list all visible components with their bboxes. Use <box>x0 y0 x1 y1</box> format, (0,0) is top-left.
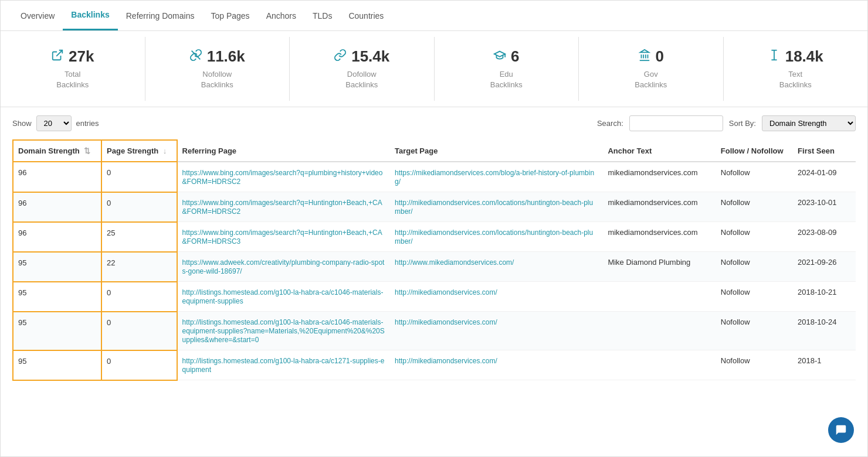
cell-anchor-text <box>603 312 716 350</box>
cell-referring-page: https://www.bing.com/images/search?q=Hun… <box>177 192 390 222</box>
stat-nofollow-backlinks: 11.6k NofollowBacklinks <box>145 37 290 101</box>
cell-first-seen: 2023-10-01 <box>793 192 856 222</box>
dofollow-backlinks-label: DofollowBacklinks <box>345 69 378 90</box>
tab-anchors[interactable]: Anchors <box>258 2 304 30</box>
cell-follow: Nofollow <box>716 282 793 312</box>
cell-first-seen: 2018-10-21 <box>793 282 856 312</box>
cell-target-page: https://mikediamondservices.com/blog/a-b… <box>390 162 603 192</box>
cell-anchor-text: Mike Diamond Plumbing <box>603 252 716 282</box>
svg-line-0 <box>56 50 62 56</box>
col-header-page-strength[interactable]: Page Strength ↓ <box>101 140 177 162</box>
chat-button[interactable] <box>828 417 854 443</box>
referring-page-link[interactable]: https://www.adweek.com/creativity/plumbi… <box>182 258 385 275</box>
col-header-anchor-text[interactable]: Anchor Text <box>603 140 716 162</box>
tab-referring-domains[interactable]: Referring Domains <box>118 2 203 30</box>
cell-target-page: http://mikediamondservices.com/ <box>390 282 603 312</box>
cell-target-page: http://www.mikediamondservices.com/ <box>390 252 603 282</box>
dofollow-icon <box>334 49 347 65</box>
target-page-link[interactable]: http://mikediamondservices.com/ <box>395 357 497 365</box>
cell-referring-page: http://listings.homestead.com/g100-la-ha… <box>177 282 390 312</box>
target-page-link[interactable]: http://mikediamondservices.com/locations… <box>395 199 593 216</box>
cell-page-strength: 0 <box>101 350 177 380</box>
cell-referring-page: https://www.bing.com/images/search?q=Hun… <box>177 222 390 252</box>
cell-follow: Nofollow <box>716 312 793 350</box>
show-label: Show <box>12 119 32 128</box>
table-row: 950http://listings.homestead.com/g100-la… <box>13 312 856 350</box>
tab-tlds[interactable]: TLDs <box>304 2 340 30</box>
chat-icon <box>835 424 847 436</box>
tab-backlinks[interactable]: Backlinks <box>63 1 117 30</box>
cell-referring-page: https://www.bing.com/images/search?q=plu… <box>177 162 390 192</box>
cell-first-seen: 2024-01-09 <box>793 162 856 192</box>
stat-gov-backlinks: 0 GovBacklinks <box>579 37 724 101</box>
table-row: 9522https://www.adweek.com/creativity/pl… <box>13 252 856 282</box>
referring-page-link[interactable]: http://listings.homestead.com/g100-la-ha… <box>182 357 385 374</box>
cell-domain-strength: 96 <box>13 222 101 252</box>
col-header-follow[interactable]: Follow / Nofollow <box>716 140 793 162</box>
svg-marker-7 <box>640 49 649 52</box>
data-table-wrapper: Domain Strength ⇅ Page Strength ↓ Referr… <box>1 139 867 381</box>
target-page-link[interactable]: http://www.mikediamondservices.com/ <box>395 258 514 267</box>
target-page-link[interactable]: http://mikediamondservices.com/ <box>395 288 497 296</box>
table-controls: Show 20 10 50 100 entries Search: Sort B… <box>1 107 867 139</box>
cell-follow: Nofollow <box>716 350 793 380</box>
target-page-link[interactable]: http://mikediamondservices.com/ <box>395 318 497 326</box>
svg-line-1 <box>191 50 200 59</box>
cell-first-seen: 2021-09-26 <box>793 252 856 282</box>
backlinks-table: Domain Strength ⇅ Page Strength ↓ Referr… <box>12 139 856 381</box>
stat-total-backlinks: 27k TotalBacklinks <box>1 37 145 101</box>
cell-first-seen: 2023-08-09 <box>793 222 856 252</box>
tab-top-pages[interactable]: Top Pages <box>202 2 257 30</box>
cell-page-strength: 0 <box>101 312 177 350</box>
stat-text-backlinks: 18.4k TextBacklinks <box>724 37 868 101</box>
table-row: 960https://www.bing.com/images/search?q=… <box>13 162 856 192</box>
cell-first-seen: 2018-10-24 <box>793 312 856 350</box>
cell-referring-page: http://listings.homestead.com/g100-la-ha… <box>177 312 390 350</box>
cell-domain-strength: 96 <box>13 162 101 192</box>
sortby-select[interactable]: Domain Strength Page Strength First Seen <box>762 115 856 131</box>
text-backlinks-label: TextBacklinks <box>779 69 812 90</box>
referring-page-link[interactable]: https://www.bing.com/images/search?q=plu… <box>182 169 383 186</box>
nofollow-icon <box>189 49 202 65</box>
target-page-link[interactable]: http://mikediamondservices.com/locations… <box>395 228 593 245</box>
nofollow-backlinks-label: NofollowBacklinks <box>201 69 233 90</box>
cell-follow: Nofollow <box>716 192 793 222</box>
cell-anchor-text: mikediamondservices.com <box>603 222 716 252</box>
search-label: Search: <box>597 119 623 128</box>
cell-target-page: http://mikediamondservices.com/locations… <box>390 192 603 222</box>
cell-page-strength: 22 <box>101 252 177 282</box>
edu-backlinks-label: EduBacklinks <box>490 69 523 90</box>
col-header-domain-strength[interactable]: Domain Strength ⇅ <box>13 140 101 162</box>
total-backlinks-label: TotalBacklinks <box>56 69 89 90</box>
cell-domain-strength: 96 <box>13 192 101 222</box>
stat-dofollow-backlinks: 15.4k DofollowBacklinks <box>290 37 435 101</box>
tab-overview[interactable]: Overview <box>12 2 63 30</box>
cell-referring-page: http://listings.homestead.com/g100-la-ha… <box>177 350 390 380</box>
gov-backlinks-value: 0 <box>656 47 664 66</box>
col-header-referring-page[interactable]: Referring Page <box>177 140 390 162</box>
cell-page-strength: 0 <box>101 162 177 192</box>
cell-target-page: http://mikediamondservices.com/ <box>390 350 603 380</box>
referring-page-link[interactable]: http://listings.homestead.com/g100-la-ha… <box>182 318 385 344</box>
entries-select[interactable]: 20 10 50 100 <box>36 115 72 131</box>
referring-page-link[interactable]: https://www.bing.com/images/search?q=Hun… <box>182 199 382 216</box>
cell-anchor-text <box>603 350 716 380</box>
sort-icon-page-strength: ↓ <box>163 146 167 155</box>
table-row: 9625https://www.bing.com/images/search?q… <box>13 222 856 252</box>
col-header-target-page[interactable]: Target Page <box>390 140 603 162</box>
table-row: 950http://listings.homestead.com/g100-la… <box>13 282 856 312</box>
cell-follow: Nofollow <box>716 222 793 252</box>
sort-icon-domain-strength: ⇅ <box>84 146 90 155</box>
sortby-label: Sort By: <box>729 119 756 128</box>
search-input[interactable] <box>629 115 723 131</box>
referring-page-link[interactable]: http://listings.homestead.com/g100-la-ha… <box>182 288 384 305</box>
gov-backlinks-label: GovBacklinks <box>635 69 667 90</box>
tab-countries[interactable]: Countries <box>340 2 392 30</box>
cell-first-seen: 2018-1 <box>793 350 856 380</box>
cell-page-strength: 0 <box>101 282 177 312</box>
table-row: 950http://listings.homestead.com/g100-la… <box>13 350 856 380</box>
col-header-first-seen[interactable]: First Seen <box>793 140 856 162</box>
referring-page-link[interactable]: https://www.bing.com/images/search?q=Hun… <box>182 228 382 245</box>
cell-page-strength: 25 <box>101 222 177 252</box>
target-page-link[interactable]: https://mikediamondservices.com/blog/a-b… <box>395 169 594 186</box>
